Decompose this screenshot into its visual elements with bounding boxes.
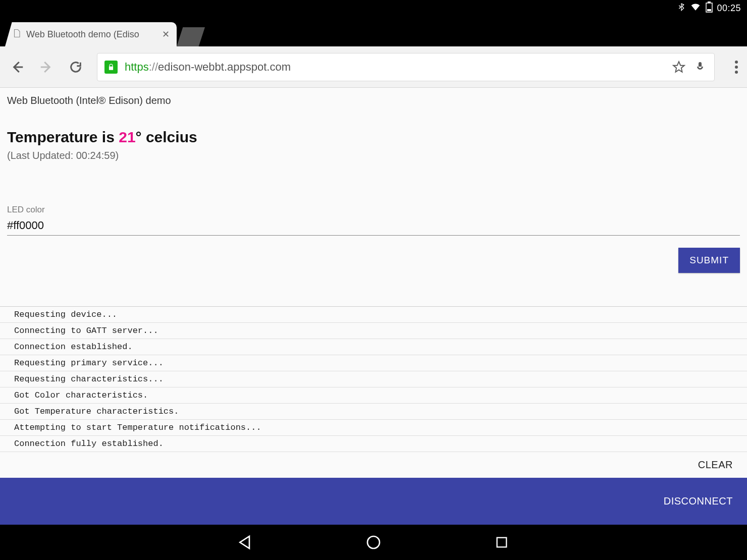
android-status-bar: 00:25 bbox=[0, 0, 747, 16]
url-text: https://edison-webbt.appspot.com bbox=[125, 61, 291, 74]
disconnect-bar: DISCONNECT bbox=[0, 478, 747, 525]
log-line: Requesting device... bbox=[0, 307, 747, 323]
temperature-display: Temperature is 21° celcius bbox=[7, 129, 740, 146]
new-tab-button[interactable] bbox=[177, 27, 205, 46]
url-separator: :// bbox=[149, 61, 158, 73]
status-clock: 00:25 bbox=[717, 3, 741, 14]
temperature-value: 21 bbox=[119, 129, 135, 145]
svg-rect-2 bbox=[707, 9, 711, 11]
log-line: Got Temperature characteristics. bbox=[0, 404, 747, 420]
page-content: Web Bluetooth (Intel® Edison) demo Tempe… bbox=[0, 88, 747, 525]
page-header: Web Bluetooth (Intel® Edison) demo bbox=[7, 95, 740, 106]
log-line: Connection fully established. bbox=[0, 436, 747, 452]
wifi-icon bbox=[689, 2, 702, 15]
tab-title: Web Bluetooth demo (Ediso bbox=[26, 29, 157, 40]
svg-point-3 bbox=[367, 536, 380, 548]
android-nav-bar bbox=[0, 525, 747, 560]
led-color-label: LED color bbox=[7, 205, 740, 215]
url-host: edison-webbt.appspot.com bbox=[158, 61, 291, 73]
browser-tab[interactable]: Web Bluetooth demo (Ediso ✕ bbox=[5, 22, 177, 46]
mic-icon[interactable] bbox=[693, 60, 707, 74]
browser-toolbar: https://edison-webbt.appspot.com bbox=[0, 46, 747, 88]
temperature-suffix: ° celcius bbox=[136, 129, 197, 145]
submit-button[interactable]: SUBMIT bbox=[678, 248, 740, 273]
menu-icon[interactable] bbox=[735, 61, 738, 74]
forward-button[interactable] bbox=[38, 59, 55, 75]
disconnect-button[interactable]: DISCONNECT bbox=[664, 495, 733, 507]
nav-home-icon[interactable] bbox=[365, 534, 382, 551]
tab-strip: Web Bluetooth demo (Ediso ✕ bbox=[0, 16, 747, 46]
nav-recent-icon[interactable] bbox=[493, 534, 510, 551]
log-line: Requesting characteristics... bbox=[0, 371, 747, 387]
last-updated: (Last Updated: 00:24:59) bbox=[7, 150, 740, 161]
svg-rect-4 bbox=[497, 538, 507, 547]
bluetooth-icon bbox=[677, 2, 685, 15]
svg-rect-1 bbox=[708, 2, 711, 3]
nav-back-icon[interactable] bbox=[237, 534, 254, 551]
log-output: Requesting device...Connecting to GATT s… bbox=[0, 306, 747, 452]
log-line: Attempting to start Temperature notifica… bbox=[0, 420, 747, 436]
tab-close-icon[interactable]: ✕ bbox=[162, 29, 170, 40]
log-line: Connecting to GATT server... bbox=[0, 323, 747, 339]
address-bar[interactable]: https://edison-webbt.appspot.com bbox=[97, 53, 715, 81]
led-color-input[interactable] bbox=[7, 217, 740, 236]
temperature-prefix: Temperature is bbox=[7, 129, 119, 145]
clear-bar: CLEAR bbox=[0, 452, 747, 478]
battery-icon bbox=[706, 2, 713, 15]
star-icon[interactable] bbox=[672, 60, 686, 74]
page-icon bbox=[12, 28, 21, 40]
log-line: Connection established. bbox=[0, 339, 747, 355]
lock-icon bbox=[104, 61, 118, 74]
log-line: Got Color characteristics. bbox=[0, 387, 747, 404]
url-scheme: https bbox=[125, 61, 149, 73]
clear-button[interactable]: CLEAR bbox=[698, 459, 733, 471]
log-line: Requesting primary service... bbox=[0, 355, 747, 371]
back-button[interactable] bbox=[9, 59, 25, 75]
reload-button[interactable] bbox=[68, 59, 84, 75]
